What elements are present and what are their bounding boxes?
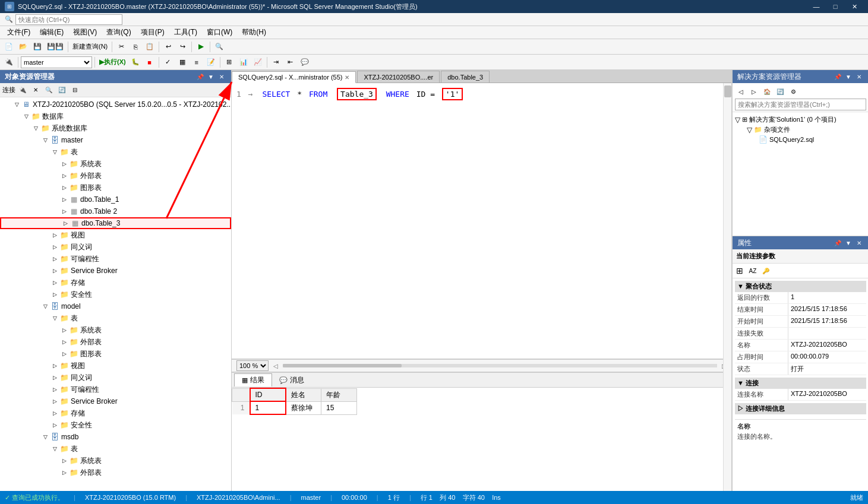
panel-menu-button[interactable]: ▼ <box>206 72 216 81</box>
props-key-button[interactable]: 🔑 <box>760 265 772 277</box>
expander[interactable]: ▷ <box>50 385 59 394</box>
oe-connect-button[interactable]: 🔌 <box>17 84 29 96</box>
tree-node-prog-model[interactable]: ▷ 📁 可编程性 <box>0 383 231 395</box>
expander[interactable]: ▷ <box>59 456 69 465</box>
redo-button[interactable]: ↪ <box>176 40 189 53</box>
tree-node-msdb[interactable]: ▽ 🗄 msdb <box>0 431 231 443</box>
expander[interactable]: ▷ <box>59 349 69 359</box>
menu-file[interactable]: 文件(F) <box>2 26 35 39</box>
tree-node-table3[interactable]: ▷ ▦ dbo.Table_3 <box>0 217 231 229</box>
filter-button[interactable]: 🔍 <box>213 40 226 53</box>
expander-master[interactable]: ▽ <box>40 135 50 145</box>
minimize-button[interactable]: — <box>807 0 825 13</box>
panel-close-button[interactable]: ✕ <box>217 72 226 81</box>
se-close-button[interactable]: ✕ <box>854 72 864 81</box>
oe-refresh-button[interactable]: 🔄 <box>56 84 68 96</box>
tree-node-storage-master[interactable]: ▷ 📁 存储 <box>0 277 231 289</box>
indent-button[interactable]: ⇥ <box>270 56 283 69</box>
new-query-button[interactable]: 新建查询(N) <box>71 40 109 53</box>
cut-button[interactable]: ✂ <box>115 40 128 53</box>
expander[interactable]: ▷ <box>59 468 69 477</box>
maximize-button[interactable]: □ <box>826 0 844 13</box>
menu-view[interactable]: 视图(V) <box>68 26 102 39</box>
expander[interactable]: ▷ <box>50 230 59 240</box>
result-tab-messages[interactable]: 💬 消息 <box>272 373 311 386</box>
include-headers-button[interactable]: ⊞ <box>223 56 236 69</box>
tree-node-model[interactable]: ▽ 🗄 model <box>0 300 231 312</box>
oe-collapse-button[interactable]: ⊟ <box>69 84 81 96</box>
tree-node-security-master[interactable]: ▷ 📁 安全性 <box>0 289 231 300</box>
sqlfile-node[interactable]: 📄 SQLQuery2.sql <box>735 135 866 144</box>
expander[interactable]: ▷ <box>61 218 70 228</box>
tab-table3[interactable]: dbo.Table_3 <box>441 71 490 83</box>
tree-node-tables-master[interactable]: ▽ 📁 表 <box>0 146 231 158</box>
misc-expander[interactable]: ▽ <box>747 126 752 134</box>
database-selector[interactable]: master <box>21 56 92 68</box>
props-pin-button[interactable]: 📌 <box>833 238 842 248</box>
tree-node-storage-model[interactable]: ▷ 📁 存储 <box>0 407 231 419</box>
props-menu-button[interactable]: ▼ <box>844 238 853 248</box>
expander[interactable]: ▷ <box>50 420 59 430</box>
stats-button[interactable]: 📊 <box>237 56 250 69</box>
expander[interactable]: ▷ <box>50 242 59 252</box>
expander[interactable]: ▷ <box>50 397 59 406</box>
misc-files-node[interactable]: ▽ 📁 杂项文件 <box>735 125 866 135</box>
se-settings-button[interactable]: ⚙ <box>787 85 799 97</box>
expander[interactable]: ▽ <box>50 313 59 323</box>
expander[interactable]: ▷ <box>59 325 69 335</box>
tree-node-synonyms-model[interactable]: ▷ 📁 同义词 <box>0 372 231 383</box>
expander[interactable]: ▷ <box>59 159 69 169</box>
text-button[interactable]: ≡ <box>190 56 203 69</box>
expander[interactable]: ▽ <box>50 444 59 454</box>
horizontal-scroll-thumb[interactable] <box>283 364 402 367</box>
tab-sqlquery2[interactable]: SQLQuery2.sql - X...ministrator (55) ✕ <box>232 71 356 83</box>
tree-node-ext-tables-msdb[interactable]: ▷ 📁 外部表 <box>0 467 231 478</box>
tree-node-table2[interactable]: ▷ ▦ dbo.Table 2 <box>0 205 231 217</box>
quick-access-input[interactable] <box>15 14 122 25</box>
panel-pin-button[interactable]: 📌 <box>195 72 205 81</box>
solution-node[interactable]: ▽ ⊞ 解决方案'Solution1' (0 个项目) <box>735 115 866 125</box>
tree-node-security-model[interactable]: ▷ 📁 安全性 <box>0 419 231 431</box>
tree-node-sys-tables[interactable]: ▷ 📁 系统表 <box>0 158 231 170</box>
exec-plan-button[interactable]: 📈 <box>251 56 264 69</box>
execute-button[interactable]: ▶ 执行(X) <box>97 56 128 69</box>
menu-window[interactable]: 窗口(W) <box>202 26 237 39</box>
tab-close-button[interactable]: ✕ <box>345 74 349 81</box>
zoom-selector[interactable]: 100 % <box>236 360 269 371</box>
tree-node-graph-tables-model[interactable]: ▷ 📁 图形表 <box>0 348 231 360</box>
tree-node-tables-msdb[interactable]: ▽ 📁 表 <box>0 443 231 455</box>
tree-node-views-model[interactable]: ▷ 📁 视图 <box>0 360 231 372</box>
se-home-button[interactable]: 🏠 <box>761 85 773 97</box>
paste-button[interactable]: 📋 <box>143 40 156 53</box>
tree-node-sb-master[interactable]: ▷ 📁 Service Broker <box>0 265 231 277</box>
vertical-scrollbar[interactable] <box>723 83 731 491</box>
copy-button[interactable]: ⎘ <box>129 40 142 53</box>
expander-msdb[interactable]: ▽ <box>40 432 50 442</box>
se-menu-button[interactable]: ▼ <box>844 72 853 81</box>
tree-node-sys-tables-msdb[interactable]: ▷ 📁 系统表 <box>0 455 231 467</box>
tree-node-synonyms-master[interactable]: ▷ 📁 同义词 <box>0 241 231 253</box>
se-search-input[interactable] <box>735 99 866 110</box>
tree-node-sb-model[interactable]: ▷ 📁 Service Broker <box>0 395 231 407</box>
tree-node-views-master[interactable]: ▷ 📁 视图 <box>0 229 231 241</box>
tree-node-databases[interactable]: ▽ 📁 数据库 <box>0 110 231 122</box>
se-back-button[interactable]: ◁ <box>735 85 747 97</box>
menu-project[interactable]: 项目(P) <box>136 26 169 39</box>
tree-node-tables-model[interactable]: ▽ 📁 表 <box>0 312 231 324</box>
expander[interactable]: ▷ <box>50 290 59 299</box>
props-sort-button[interactable]: ⊞ <box>734 265 746 277</box>
expander-system-dbs[interactable]: ▽ <box>31 123 40 133</box>
expander-model[interactable]: ▽ <box>40 302 50 311</box>
expander[interactable]: ▷ <box>50 408 59 418</box>
expander-tables-master[interactable]: ▽ <box>50 147 59 157</box>
open-button[interactable]: 📂 <box>17 40 30 53</box>
result-tab-results[interactable]: ▦ 结果 <box>234 373 272 386</box>
menu-edit[interactable]: 编辑(E) <box>35 26 68 39</box>
horizontal-scrollbar-track[interactable] <box>283 364 717 367</box>
parse-button[interactable]: ✓ <box>162 56 175 69</box>
undo-button[interactable]: ↩ <box>162 40 175 53</box>
tree-node-server[interactable]: ▽ 🖥 XTZJ-20210205BO (SQL Server 15.0.20.… <box>0 99 231 110</box>
connect-button[interactable]: 🔌 <box>2 56 15 69</box>
oe-filter-button[interactable]: 🔍 <box>43 84 55 96</box>
expander-server[interactable]: ▽ <box>12 100 21 109</box>
